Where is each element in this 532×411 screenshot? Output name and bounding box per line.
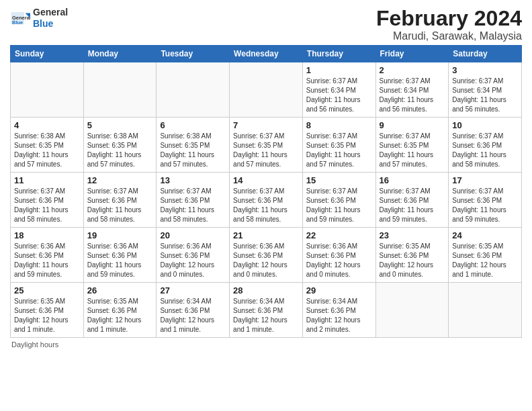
table-row: 13Sunrise: 6:37 AM Sunset: 6:36 PM Dayli…: [157, 173, 230, 228]
header: General Blue General Blue February 2024 …: [10, 7, 522, 42]
day-number: 8: [306, 120, 372, 130]
logo: General Blue General Blue: [10, 7, 68, 30]
logo-text-block: General Blue: [33, 7, 68, 30]
table-row: 11Sunrise: 6:37 AM Sunset: 6:36 PM Dayli…: [11, 173, 84, 228]
day-info: Sunrise: 6:38 AM Sunset: 6:35 PM Dayligh…: [87, 132, 153, 169]
day-info: Sunrise: 6:37 AM Sunset: 6:35 PM Dayligh…: [233, 132, 299, 169]
day-number: 10: [452, 120, 518, 130]
day-info: Sunrise: 6:37 AM Sunset: 6:36 PM Dayligh…: [452, 132, 518, 169]
day-info: Sunrise: 6:37 AM Sunset: 6:36 PM Dayligh…: [14, 187, 80, 224]
day-info: Sunrise: 6:37 AM Sunset: 6:36 PM Dayligh…: [306, 187, 372, 224]
day-number: 16: [380, 175, 445, 185]
main-title: February 2024: [376, 7, 522, 30]
table-row: 29Sunrise: 6:34 AM Sunset: 6:36 PM Dayli…: [302, 283, 375, 338]
col-sunday: Sunday: [11, 46, 84, 62]
day-info: Sunrise: 6:34 AM Sunset: 6:36 PM Dayligh…: [306, 297, 372, 334]
day-number: 15: [306, 175, 372, 185]
day-number: 18: [14, 230, 80, 240]
day-info: Sunrise: 6:35 AM Sunset: 6:36 PM Dayligh…: [87, 297, 153, 334]
calendar-header-row: Sunday Monday Tuesday Wednesday Thursday…: [11, 46, 522, 62]
table-row: [449, 283, 522, 338]
day-info: Sunrise: 6:36 AM Sunset: 6:36 PM Dayligh…: [87, 242, 153, 279]
day-number: 9: [380, 120, 445, 130]
col-monday: Monday: [83, 46, 157, 62]
table-row: 15Sunrise: 6:37 AM Sunset: 6:36 PM Dayli…: [302, 173, 375, 228]
day-number: 24: [452, 230, 518, 240]
day-number: 29: [306, 285, 372, 295]
day-number: 3: [452, 65, 518, 75]
day-number: 11: [14, 175, 80, 185]
title-block: February 2024 Marudi, Sarawak, Malaysia: [376, 7, 522, 42]
day-info: Sunrise: 6:37 AM Sunset: 6:36 PM Dayligh…: [160, 187, 226, 224]
day-number: 12: [87, 175, 153, 185]
table-row: 24Sunrise: 6:35 AM Sunset: 6:36 PM Dayli…: [449, 228, 522, 283]
table-row: 1Sunrise: 6:37 AM Sunset: 6:34 PM Daylig…: [302, 62, 375, 118]
table-row: 18Sunrise: 6:36 AM Sunset: 6:36 PM Dayli…: [11, 228, 84, 283]
day-info: Sunrise: 6:37 AM Sunset: 6:34 PM Dayligh…: [452, 77, 518, 114]
col-saturday: Saturday: [449, 46, 522, 62]
day-number: 25: [14, 285, 80, 295]
day-info: Sunrise: 6:34 AM Sunset: 6:36 PM Dayligh…: [160, 297, 226, 334]
table-row: 12Sunrise: 6:37 AM Sunset: 6:36 PM Dayli…: [83, 173, 157, 228]
col-thursday: Thursday: [302, 46, 375, 62]
table-row: [157, 62, 230, 118]
day-number: 23: [380, 230, 445, 240]
table-row: 6Sunrise: 6:38 AM Sunset: 6:35 PM Daylig…: [157, 118, 230, 173]
calendar-week-row: 11Sunrise: 6:37 AM Sunset: 6:36 PM Dayli…: [11, 173, 522, 228]
table-row: 25Sunrise: 6:35 AM Sunset: 6:36 PM Dayli…: [11, 283, 84, 338]
logo-icon: General Blue: [10, 8, 30, 28]
day-number: 22: [306, 230, 372, 240]
table-row: 8Sunrise: 6:37 AM Sunset: 6:35 PM Daylig…: [302, 118, 375, 173]
subtitle: Marudi, Sarawak, Malaysia: [376, 30, 522, 42]
col-friday: Friday: [375, 46, 449, 62]
day-number: 2: [380, 65, 445, 75]
table-row: [375, 283, 449, 338]
day-info: Sunrise: 6:35 AM Sunset: 6:36 PM Dayligh…: [14, 297, 80, 334]
table-row: 28Sunrise: 6:34 AM Sunset: 6:36 PM Dayli…: [230, 283, 303, 338]
table-row: 10Sunrise: 6:37 AM Sunset: 6:36 PM Dayli…: [449, 118, 522, 173]
table-row: 21Sunrise: 6:36 AM Sunset: 6:36 PM Dayli…: [230, 228, 303, 283]
table-row: 7Sunrise: 6:37 AM Sunset: 6:35 PM Daylig…: [230, 118, 303, 173]
table-row: 26Sunrise: 6:35 AM Sunset: 6:36 PM Dayli…: [83, 283, 157, 338]
calendar-table: Sunday Monday Tuesday Wednesday Thursday…: [10, 45, 522, 338]
day-info: Sunrise: 6:38 AM Sunset: 6:35 PM Dayligh…: [160, 132, 226, 169]
day-info: Sunrise: 6:37 AM Sunset: 6:34 PM Dayligh…: [380, 77, 445, 114]
day-info: Sunrise: 6:35 AM Sunset: 6:36 PM Dayligh…: [452, 242, 518, 279]
calendar-week-row: 25Sunrise: 6:35 AM Sunset: 6:36 PM Dayli…: [11, 283, 522, 338]
col-wednesday: Wednesday: [230, 46, 303, 62]
day-number: 6: [160, 120, 226, 130]
day-number: 14: [233, 175, 299, 185]
day-number: 5: [87, 120, 153, 130]
day-number: 27: [160, 285, 226, 295]
table-row: 27Sunrise: 6:34 AM Sunset: 6:36 PM Dayli…: [157, 283, 230, 338]
logo-blue: Blue: [33, 18, 53, 29]
table-row: 2Sunrise: 6:37 AM Sunset: 6:34 PM Daylig…: [375, 62, 449, 118]
table-row: 4Sunrise: 6:38 AM Sunset: 6:35 PM Daylig…: [11, 118, 84, 173]
day-number: 1: [306, 65, 372, 75]
day-number: 19: [87, 230, 153, 240]
day-number: 26: [87, 285, 153, 295]
day-number: 13: [160, 175, 226, 185]
calendar-week-row: 1Sunrise: 6:37 AM Sunset: 6:34 PM Daylig…: [11, 62, 522, 118]
table-row: 22Sunrise: 6:36 AM Sunset: 6:36 PM Dayli…: [302, 228, 375, 283]
day-info: Sunrise: 6:36 AM Sunset: 6:36 PM Dayligh…: [160, 242, 226, 279]
day-number: 4: [14, 120, 80, 130]
day-number: 21: [233, 230, 299, 240]
day-info: Sunrise: 6:37 AM Sunset: 6:36 PM Dayligh…: [452, 187, 518, 224]
day-number: 20: [160, 230, 226, 240]
day-info: Sunrise: 6:37 AM Sunset: 6:36 PM Dayligh…: [87, 187, 153, 224]
calendar-week-row: 4Sunrise: 6:38 AM Sunset: 6:35 PM Daylig…: [11, 118, 522, 173]
table-row: [11, 62, 84, 118]
day-number: 28: [233, 285, 299, 295]
table-row: 3Sunrise: 6:37 AM Sunset: 6:34 PM Daylig…: [449, 62, 522, 118]
day-info: Sunrise: 6:36 AM Sunset: 6:36 PM Dayligh…: [233, 242, 299, 279]
table-row: 23Sunrise: 6:35 AM Sunset: 6:36 PM Dayli…: [375, 228, 449, 283]
day-info: Sunrise: 6:35 AM Sunset: 6:36 PM Dayligh…: [380, 242, 445, 279]
day-info: Sunrise: 6:37 AM Sunset: 6:35 PM Dayligh…: [306, 132, 372, 169]
table-row: 14Sunrise: 6:37 AM Sunset: 6:36 PM Dayli…: [230, 173, 303, 228]
col-tuesday: Tuesday: [157, 46, 230, 62]
day-info: Sunrise: 6:37 AM Sunset: 6:35 PM Dayligh…: [380, 132, 445, 169]
footer-note: Daylight hours: [10, 340, 522, 349]
day-info: Sunrise: 6:34 AM Sunset: 6:36 PM Dayligh…: [233, 297, 299, 334]
day-info: Sunrise: 6:36 AM Sunset: 6:36 PM Dayligh…: [14, 242, 80, 279]
